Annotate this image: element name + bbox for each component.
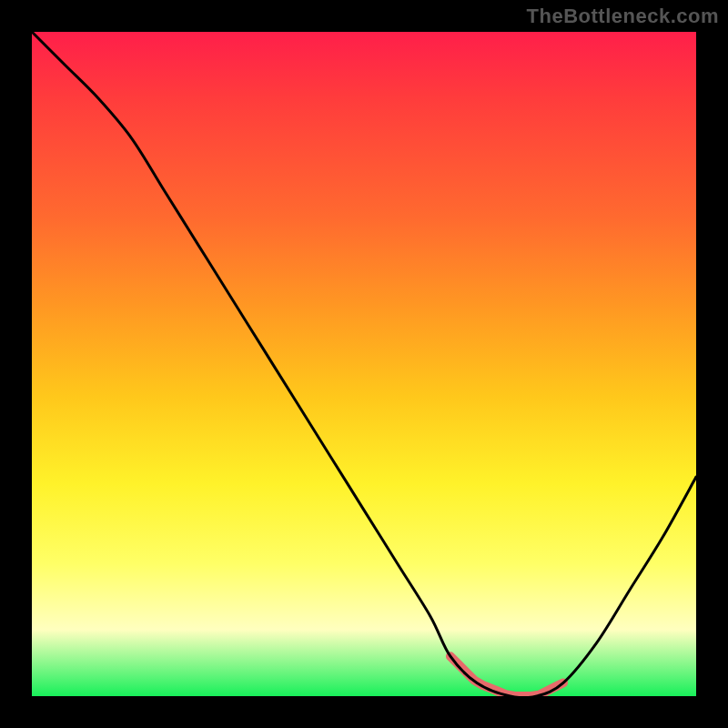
curve-svg	[32, 32, 696, 696]
bottleneck-curve	[32, 32, 696, 696]
watermark-text: TheBottleneck.com	[527, 5, 719, 28]
chart-stage: TheBottleneck.com	[0, 0, 728, 728]
plot-area	[32, 32, 696, 696]
